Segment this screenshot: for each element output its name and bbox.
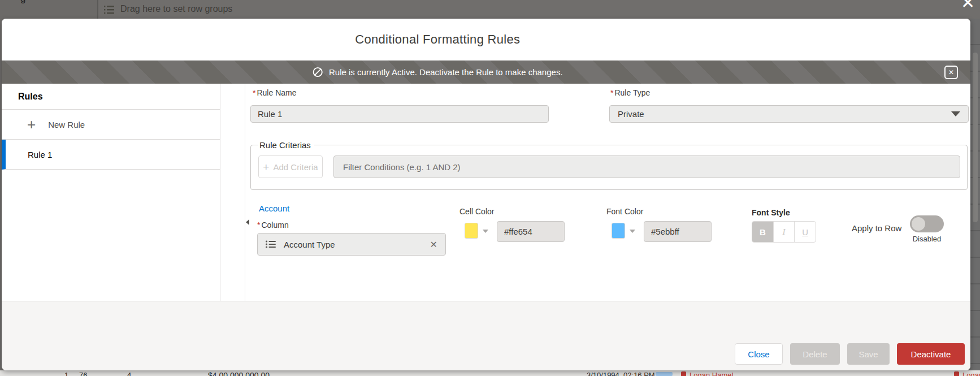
background-scrollbar[interactable] [973,53,978,222]
bg-cell: 4 [127,371,131,376]
underline-button[interactable]: U [795,222,816,242]
banner-content: Rule is currently Active. Deactivate the… [313,60,563,84]
filter-conditions-input[interactable] [333,155,960,178]
picklist-icon [266,240,276,248]
column-field[interactable]: Account Type ✕ [257,233,446,256]
background-right-strip [970,19,980,370]
cell-color-hex-input[interactable] [497,221,565,242]
modal-body: Rules + New Rule Rule 1 *Rule Name *Rule… [2,84,970,301]
chevron-down-icon [951,111,960,116]
column-value: Account Type [284,240,335,249]
rule-criterias-fieldset: Rule Criterias + Add Criteria [250,140,968,190]
font-color-hex-input[interactable] [644,221,712,242]
apply-to-row-label: Apply to Row [852,223,901,233]
deactivate-button[interactable]: Deactivate [897,343,965,365]
footer-buttons: Close Delete Save Deactivate [735,343,965,365]
rule-item-label: Rule 1 [28,150,52,159]
new-rule-button[interactable]: + New Rule [2,110,220,140]
background-bottom-row: 1 76 4 $4,00,000,000.00 3/10/1994, 02:16… [0,370,980,376]
bg-cell: Logan Ha [962,371,980,376]
required-asterisk: * [257,221,260,230]
panel-splitter[interactable] [245,84,245,301]
screen: g Drag here to set row groups ✕ 1 76 4 $… [0,0,980,376]
rule-type-select[interactable]: Private [609,105,969,123]
banner-message: Rule is currently Active. Deactivate the… [329,67,563,77]
delete-button[interactable]: Delete [790,343,840,365]
collapse-panel-icon[interactable] [246,219,249,225]
account-section-link[interactable]: Account [259,204,289,213]
font-color-swatch[interactable] [612,223,625,239]
rule-type-label: *Rule Type [610,88,650,97]
plus-icon: + [263,162,269,172]
rule-type-value: Private [618,109,644,119]
bg-link-fragment [656,372,673,376]
bg-red-icon [681,371,686,376]
required-asterisk: * [253,88,255,97]
italic-button[interactable]: I [774,222,795,242]
toggle-state-label: Disabled [906,235,948,243]
bg-cell: 3/10/1994, 02:16 PM [587,371,655,376]
row-groups-hint: Drag here to set row groups [120,4,232,14]
bg-cell: 76 [79,371,87,376]
rules-header: Rules [2,84,220,110]
font-color-dropdown-icon[interactable] [630,230,635,233]
bold-button[interactable]: B [752,222,774,242]
new-rule-label: New Rule [48,120,85,129]
font-style-label: Font Style [752,208,790,217]
background-left-panel [0,0,98,19]
active-rule-banner: Rule is currently Active. Deactivate the… [2,60,970,84]
font-style-group: B I U [752,221,816,243]
cell-color-swatch[interactable] [465,223,478,239]
close-button[interactable]: Close [735,343,783,365]
bg-cell: 1 [64,371,68,376]
sidebar-item-rule-1[interactable]: Rule 1 [2,140,220,170]
toggle-knob [912,217,925,231]
window-close-icon[interactable]: ✕ [961,0,975,11]
criteria-row: + Add Criteria [258,155,960,178]
add-criteria-button[interactable]: + Add Criteria [258,155,323,178]
apply-to-row-toggle[interactable] [910,215,944,232]
background-text-fragment: g [20,0,25,5]
rule-criterias-legend: Rule Criterias [258,140,314,150]
rule-name-input[interactable] [250,105,549,123]
background-app-header: g Drag here to set row groups [0,0,980,19]
add-criteria-label: Add Criteria [273,162,318,172]
save-button[interactable]: Save [847,343,890,365]
rules-sidebar: Rules + New Rule Rule 1 [2,84,220,301]
modal-title-bar: Conditional Formatting Rules [2,19,970,60]
bg-cell: Logan Hamel [690,371,733,376]
clear-column-icon[interactable]: ✕ [430,239,437,250]
bg-red-icon [954,371,959,376]
cell-color-label: Cell Color [459,207,494,216]
plus-icon: + [27,117,36,132]
font-color-label: Font Color [606,207,643,216]
cell-color-dropdown-icon[interactable] [483,230,488,233]
banner-close-icon[interactable]: ✕ [944,66,958,79]
column-label: *Column [257,221,289,230]
conditional-formatting-modal: Conditional Formatting Rules Rule is cur… [2,19,970,370]
bg-cell: $4,00,000,000.00 [208,371,270,376]
rule-name-label: *Rule Name [253,88,296,97]
ban-icon [313,67,323,77]
required-asterisk: * [610,88,613,97]
modal-title: Conditional Formatting Rules [355,32,520,47]
modal-footer: Close Delete Save Deactivate [2,301,970,370]
row-groups-icon [103,5,115,16]
